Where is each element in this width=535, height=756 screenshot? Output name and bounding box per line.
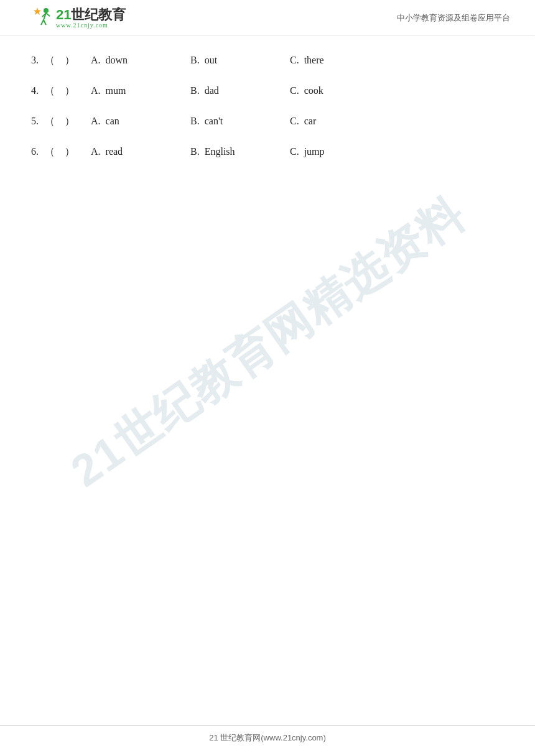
option-c-label-6: C.: [290, 146, 299, 157]
option-c-label-4: C.: [290, 85, 299, 96]
option-b-text-6: English: [205, 146, 235, 157]
option-a-5: A. can: [91, 116, 190, 127]
option-b-label-3: B.: [190, 55, 200, 65]
quiz-row-6: 6. （ ） A. read B. English C. jump: [31, 145, 504, 159]
option-c-label-3: C.: [290, 55, 299, 65]
quiz-bracket-6: （ ）: [45, 145, 82, 159]
option-b-text-4: dad: [205, 85, 219, 96]
footer: 21 世纪教育网(www.21cnjy.com): [0, 725, 535, 744]
watermark: 21世纪教育网精选资料: [31, 124, 504, 560]
option-a-label-4: A.: [91, 85, 101, 96]
option-a-text-3: down: [106, 55, 128, 65]
quiz-number-5: 5.: [31, 116, 45, 127]
logo-number: 21: [56, 7, 71, 22]
option-b-5: B. can't: [190, 116, 290, 127]
option-a-3: A. down: [91, 55, 190, 66]
svg-line-5: [46, 13, 50, 16]
option-c-text-6: jump: [304, 146, 325, 157]
option-a-4: A. mum: [91, 85, 190, 96]
option-c-3: C. there: [290, 55, 389, 66]
option-c-text-5: car: [304, 116, 317, 126]
quiz-container: 3. （ ） A. down B. out C. there 4. （ ） A.…: [31, 54, 504, 159]
option-c-4: C. cook: [290, 85, 389, 96]
quiz-number-3: 3.: [31, 55, 45, 66]
quiz-row-3: 3. （ ） A. down B. out C. there: [31, 54, 504, 67]
logo-area: 21世纪教育 www.21cnjy.com: [25, 6, 126, 30]
option-a-text-4: mum: [106, 85, 126, 96]
logo-name: 世纪教育: [71, 7, 126, 22]
logo-url: www.21cnjy.com: [56, 22, 126, 29]
option-a-6: A. read: [91, 146, 190, 157]
quiz-bracket-5: （ ）: [45, 115, 82, 128]
option-b-label-5: B.: [190, 116, 200, 126]
option-b-label-6: B.: [190, 146, 200, 157]
option-a-label-3: A.: [91, 55, 101, 65]
option-a-label-6: A.: [91, 146, 101, 157]
option-c-5: C. car: [290, 116, 389, 127]
option-b-text-3: out: [205, 55, 217, 65]
logo-main-text: 21世纪教育: [56, 8, 126, 22]
header: 21世纪教育 www.21cnjy.com 中小学教育资源及组卷应用平台: [0, 0, 535, 35]
logo-icon: [25, 6, 56, 30]
option-c-6: C. jump: [290, 146, 389, 157]
quiz-number-6: 6.: [31, 146, 45, 157]
option-c-text-3: there: [304, 55, 324, 65]
quiz-number-4: 4.: [31, 85, 45, 96]
option-a-text-6: read: [106, 146, 123, 157]
logo-text-area: 21世纪教育 www.21cnjy.com: [56, 8, 126, 29]
option-b-3: B. out: [190, 55, 290, 66]
footer-text: 21 世纪教育网(www.21cnjy.com): [209, 733, 326, 742]
svg-marker-6: [34, 7, 41, 15]
quiz-row-5: 5. （ ） A. can B. can't C. car: [31, 115, 504, 128]
svg-line-2: [41, 20, 44, 25]
platform-name: 中小学教育资源及组卷应用平台: [397, 12, 510, 24]
option-b-6: B. English: [190, 146, 290, 157]
option-c-label-5: C.: [290, 116, 299, 126]
quiz-bracket-3: （ ）: [45, 54, 82, 67]
svg-line-3: [44, 20, 46, 25]
option-b-label-4: B.: [190, 85, 200, 96]
page: 21世纪教育 www.21cnjy.com 中小学教育资源及组卷应用平台 3. …: [0, 0, 535, 756]
svg-point-0: [44, 8, 49, 13]
content-area: 3. （ ） A. down B. out C. there 4. （ ） A.…: [0, 35, 535, 188]
watermark-text: 21世纪教育网精选资料: [58, 183, 477, 502]
option-b-text-5: can't: [205, 116, 223, 126]
option-b-4: B. dad: [190, 85, 290, 96]
option-c-text-4: cook: [304, 85, 323, 96]
option-a-text-5: can: [106, 116, 119, 126]
quiz-bracket-4: （ ）: [45, 85, 82, 98]
quiz-row-4: 4. （ ） A. mum B. dad C. cook: [31, 85, 504, 98]
option-a-label-5: A.: [91, 116, 101, 126]
